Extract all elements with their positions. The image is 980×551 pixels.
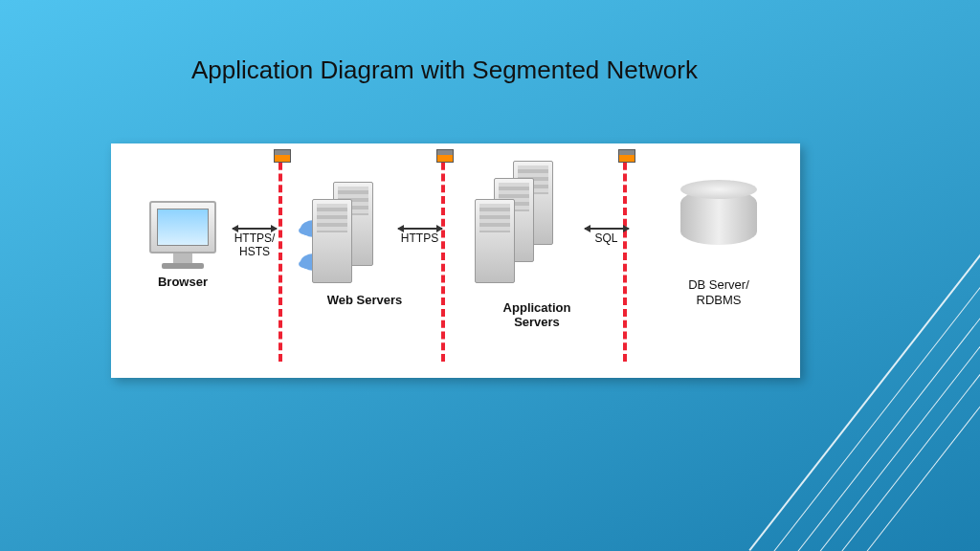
server-icon — [312, 199, 352, 283]
node-web-servers: Web Servers — [312, 172, 417, 307]
diagram-panel: Browser HTTPS/ HSTS HTTPS SQL Web Server… — [111, 143, 800, 378]
node-db: DB Server/ RDBMS — [657, 189, 781, 309]
server-icon — [475, 199, 515, 283]
firewall-icon — [274, 149, 291, 163]
database-icon — [680, 189, 757, 245]
slide: Application Diagram with Segmented Netwo… — [0, 0, 980, 551]
label-browser: Browser — [140, 275, 226, 289]
label-db: DB Server/ RDBMS — [657, 277, 781, 309]
firewall-icon — [618, 149, 635, 163]
firewall-divider-3 — [623, 151, 627, 362]
link-browser-web: HTTPS/ HSTS — [226, 228, 283, 258]
slide-title: Application Diagram with Segmented Netwo… — [191, 55, 698, 85]
label-web: Web Servers — [312, 293, 417, 307]
firewall-icon — [436, 149, 454, 163]
monitor-icon — [149, 201, 216, 253]
node-browser: Browser — [140, 201, 226, 289]
arrow-icon — [233, 228, 277, 230]
link-label: HTTPS/ HSTS — [234, 231, 276, 258]
label-app: Application Servers — [475, 300, 599, 329]
node-app-servers: Application Servers — [475, 161, 599, 329]
firewall-divider-2 — [441, 151, 445, 362]
